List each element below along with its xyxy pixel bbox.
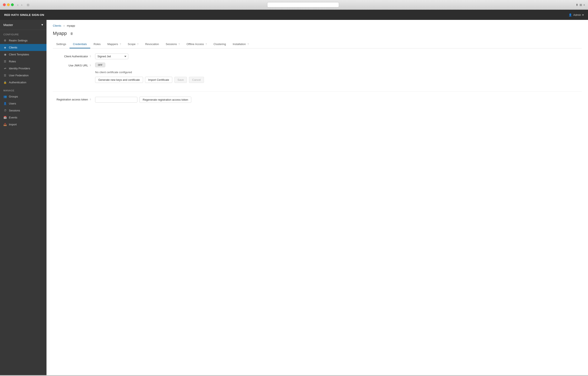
- sidebar-item-sessions[interactable]: ⏱ Sessions: [0, 107, 46, 114]
- user-menu[interactable]: 👤 Admin ▾: [568, 13, 584, 17]
- browser-chrome: ‹ › ⊡ localhost ⬆ ⊞ +: [0, 0, 588, 10]
- import-icon: 📥: [3, 123, 7, 126]
- sidebar-item-authentication[interactable]: 🔒 Authentication: [0, 79, 46, 86]
- content-inner: Clients » myapp Myapp 🗑 Settings Credent…: [46, 20, 588, 375]
- jwks-url-toggle[interactable]: OFF: [95, 63, 105, 67]
- sidebar-item-label: Identity Providers: [9, 67, 30, 70]
- breadcrumb-separator: »: [63, 24, 65, 27]
- client-authenticator-control: Signed Jwt Client Id and Secret X509 Cer…: [95, 54, 582, 59]
- realm-name: Master: [3, 23, 13, 27]
- page-title-row: Myapp 🗑: [53, 31, 582, 36]
- reader-mode-button[interactable]: ⊡: [26, 3, 31, 7]
- manage-section-label: Manage: [0, 86, 46, 93]
- new-tab-button[interactable]: ⊞: [579, 3, 582, 7]
- tab-settings[interactable]: Settings: [53, 40, 70, 48]
- forward-button[interactable]: ›: [20, 3, 23, 7]
- use-jwks-url-help-icon[interactable]: ?: [90, 64, 91, 67]
- realm-selector[interactable]: Master ▾: [0, 20, 46, 30]
- client-authenticator-help-icon[interactable]: ?: [90, 55, 91, 58]
- toggle-wrap: OFF: [95, 63, 582, 67]
- tab-mappers[interactable]: Mappers ?: [104, 40, 124, 48]
- sidebar-item-identity-providers[interactable]: ⇌ Identity Providers: [0, 65, 46, 72]
- use-jwks-url-label: Use JWKS URL ?: [53, 63, 95, 67]
- user-icon: 👤: [568, 13, 572, 17]
- toggle-off-label: OFF: [95, 63, 105, 67]
- back-button[interactable]: ‹: [16, 3, 20, 7]
- clients-icon: ◈: [3, 46, 7, 49]
- sidebar-item-label: Users: [9, 102, 16, 105]
- tab-scope[interactable]: Scope ?: [124, 40, 142, 48]
- sidebar-item-label: Import: [9, 123, 17, 126]
- sidebar-item-users[interactable]: 👤 Users: [0, 100, 46, 107]
- cert-buttons: Generate new keys and certificate Import…: [95, 77, 582, 83]
- registration-token-control: Regenerate registration access token: [95, 97, 582, 103]
- sidebar-item-roles[interactable]: ☰ Roles: [0, 58, 46, 65]
- reg-token-row: Regenerate registration access token: [95, 97, 582, 103]
- tab-offline-access[interactable]: Offline Access ?: [183, 40, 210, 48]
- offline-access-help-icon: ?: [205, 43, 207, 45]
- sidebar-item-label: Sessions: [9, 109, 20, 112]
- groups-icon: 👥: [3, 95, 7, 98]
- configure-section-label: Configure: [0, 30, 46, 37]
- tab-revocation[interactable]: Revocation: [142, 40, 162, 48]
- close-button[interactable]: [3, 3, 6, 6]
- sidebar-item-events[interactable]: 📅 Events: [0, 114, 46, 121]
- page-title: Myapp: [53, 31, 67, 36]
- brand-logo: RED HAT® SINGLE SIGN-ON: [4, 13, 44, 17]
- save-button: Save: [174, 77, 187, 83]
- browser-nav-buttons: ‹ ›: [16, 3, 23, 7]
- sidebar-item-label: Client Templates: [9, 53, 29, 56]
- tab-sessions[interactable]: Sessions ?: [162, 40, 183, 48]
- tabs: Settings Credentials Roles Mappers ? Sco…: [53, 40, 582, 48]
- use-jwks-url-control: OFF: [95, 63, 582, 67]
- sidebar-item-clients[interactable]: ◈ Clients: [0, 44, 46, 51]
- delete-client-button[interactable]: 🗑: [69, 31, 74, 36]
- tab-installation[interactable]: Installation ?: [229, 40, 252, 48]
- sessions-help-icon: ?: [178, 43, 180, 45]
- maximize-button[interactable]: [11, 3, 14, 6]
- credentials-form-section: Client Authenticator ? Signed Jwt Client…: [53, 54, 582, 92]
- no-cert-spacer: [53, 71, 95, 72]
- registration-token-help-icon[interactable]: ?: [90, 98, 91, 101]
- tab-credentials[interactable]: Credentials: [70, 40, 90, 48]
- url-input[interactable]: localhost: [267, 2, 339, 7]
- realm-settings-icon: ⚙: [3, 39, 7, 42]
- sidebar-item-label: Realm Settings: [9, 39, 28, 42]
- use-jwks-url-row: Use JWKS URL ? OFF: [53, 63, 582, 67]
- sidebar-item-client-templates[interactable]: ◉ Client Templates: [0, 51, 46, 58]
- user-chevron-icon: ▾: [582, 13, 584, 17]
- installation-help-icon: ?: [248, 43, 249, 45]
- no-cert-row: No client certificate configured Generat…: [53, 71, 582, 83]
- regenerate-token-button[interactable]: Regenerate registration access token: [139, 97, 191, 103]
- mappers-help-icon: ?: [120, 43, 121, 45]
- minimize-button[interactable]: [7, 3, 10, 6]
- share-button[interactable]: ⬆: [576, 3, 578, 7]
- events-icon: 📅: [3, 116, 7, 119]
- no-cert-control: No client certificate configured Generat…: [95, 71, 582, 83]
- registration-token-input[interactable]: [95, 97, 137, 103]
- client-authenticator-select[interactable]: Signed Jwt Client Id and Secret X509 Cer…: [95, 54, 128, 59]
- breadcrumb-current: myapp: [67, 24, 75, 27]
- main-layout: Master ▾ Configure ⚙ Realm Settings ◈ Cl…: [0, 20, 588, 375]
- generate-keys-button[interactable]: Generate new keys and certificate: [95, 77, 143, 83]
- sidebar-item-groups[interactable]: 👥 Groups: [0, 93, 46, 100]
- sidebar-item-import[interactable]: 📥 Import: [0, 121, 46, 128]
- authentication-icon: 🔒: [3, 81, 7, 84]
- tab-roles[interactable]: Roles: [90, 40, 104, 48]
- tab-clustering[interactable]: Clustering: [210, 40, 229, 48]
- sidebar-item-label: Clients: [9, 46, 17, 49]
- sidebar-toggle-button[interactable]: +: [583, 3, 585, 7]
- users-icon: 👤: [3, 102, 7, 105]
- scope-help-icon: ?: [137, 43, 138, 45]
- registration-token-label: Registration access token ?: [53, 97, 95, 101]
- browser-actions: ⬆ ⊞ +: [576, 3, 585, 7]
- import-certificate-button[interactable]: Import Certificate: [145, 77, 172, 83]
- client-templates-icon: ◉: [3, 53, 7, 56]
- breadcrumb-clients-link[interactable]: Clients: [53, 24, 61, 27]
- sidebar-item-label: Authentication: [9, 81, 26, 84]
- sidebar-item-label: Events: [9, 116, 17, 119]
- sidebar-item-realm-settings[interactable]: ⚙ Realm Settings: [0, 37, 46, 44]
- sessions-icon: ⏱: [3, 109, 7, 112]
- sidebar-item-user-federation[interactable]: ☰ User Federation: [0, 72, 46, 79]
- identity-providers-icon: ⇌: [3, 67, 7, 70]
